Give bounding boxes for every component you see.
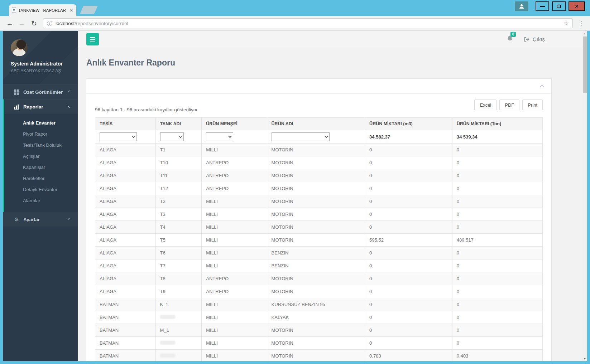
new-tab-button[interactable] — [80, 6, 98, 14]
total-m3: 34.582,37 — [365, 130, 452, 144]
browser-tab[interactable]: TANKVIEW - RAPORLAR ✕ — [9, 4, 76, 16]
cell-m3: 0 — [365, 259, 452, 272]
table-row: BATMANMILLIKALYAK00 — [95, 311, 543, 324]
redacted-tank-name — [160, 341, 175, 345]
sidebar-item-pivot-rapor[interactable]: Pivot Rapor — [4, 128, 78, 140]
sidebar-item-alarmlar[interactable]: Alarmlar — [4, 195, 78, 206]
forward-button[interactable]: → — [16, 20, 27, 27]
column-header-urun-miktari-m3[interactable]: ÜRÜN MİKTARI (m3) — [365, 118, 452, 130]
sidebar-toggle-button[interactable] — [86, 33, 99, 45]
sidebar-item-ayarlar[interactable]: ⚙ Ayarlar — [3, 212, 78, 227]
cell-tesis: BATMAN — [95, 350, 156, 361]
bookmark-star-icon[interactable]: ☆ — [563, 20, 569, 26]
raporlar-submenu: Anlık Envanter Pivot Rapor Tesis/Tank Do… — [3, 114, 78, 212]
tab-close-icon[interactable]: ✕ — [69, 8, 73, 13]
column-header-urun-adi[interactable]: ÜRÜN ADI — [267, 118, 365, 130]
sidebar-item-hareketler[interactable]: Hareketler — [4, 173, 78, 184]
cell-m3: 0 — [365, 324, 452, 337]
cell-mensei: ANTREPO — [202, 156, 267, 169]
sidebar-item-anlik-envanter[interactable]: Anlık Envanter — [4, 117, 78, 128]
tank-adi-filter-select[interactable] — [160, 132, 184, 141]
table-row: BATMANMILLIMOTORIN00 — [95, 337, 543, 350]
back-button[interactable]: ← — [4, 20, 15, 27]
column-header-urun-miktari-ton[interactable]: ÜRÜN MİKTARI (Ton) — [452, 118, 542, 130]
cell-ton: 0 — [452, 285, 542, 298]
user-panel: System Administrator ABC AKARYAKIT/GAZ A… — [3, 31, 78, 84]
close-button[interactable]: ✕ — [569, 1, 585, 11]
minimize-button[interactable] — [536, 1, 549, 11]
cell-ton: 0 — [452, 182, 542, 195]
table-row: BATMANM_1MILLIMOTORIN00 — [95, 324, 543, 337]
sidebar-item-detayli-envanter[interactable]: Detaylı Envanter — [4, 184, 78, 195]
table-row: ALIAGAT12ANTREPOMOTORIN00 — [95, 182, 543, 195]
cell-m3: 0 — [365, 156, 452, 169]
cell-tank — [155, 337, 202, 350]
cell-m3: 0.783 — [365, 350, 452, 361]
cell-mensei: MILLI — [202, 195, 267, 208]
column-header-urun-mensei[interactable]: ÜRÜN MENŞEİ — [202, 118, 267, 130]
cell-ton: 0 — [452, 144, 542, 156]
cell-mensei: MILLI — [202, 298, 267, 311]
cell-ton: 0 — [452, 324, 542, 337]
notifications-button[interactable]: 0 — [507, 35, 513, 43]
report-card: 96 kayıttan 1 - 96 arasındaki kayıtlar g… — [86, 78, 552, 361]
browser-menu-icon[interactable]: ⋮ — [576, 20, 586, 27]
table-row: ALIAGAT11ANTREPOMOTORIN00 — [95, 169, 543, 182]
cell-mensei: MILLI — [202, 311, 267, 324]
sidebar-item-raporlar[interactable]: Raporlar — [3, 99, 78, 114]
table-row: BATMANK_1MILLIKURSUNSUZ BENZIN 9500 — [95, 298, 543, 311]
sidebar-item-ozet-gorunumler[interactable]: Özet Görünümler — [3, 84, 78, 99]
cell-urun: MOTORIN — [267, 169, 365, 182]
table-row: ALIAGAT6MILLIBENZIN00 — [95, 247, 543, 259]
logout-button[interactable]: Çıkış — [524, 36, 545, 42]
scroll-up-icon[interactable]: ▲ — [582, 31, 587, 36]
cell-mensei: MILLI — [202, 144, 267, 156]
tesis-filter-select[interactable] — [100, 132, 137, 141]
cell-urun: BENZIN — [267, 259, 365, 272]
cell-m3: 0 — [365, 311, 452, 324]
excel-export-button[interactable]: Excel — [474, 100, 497, 110]
cell-ton: 0 — [452, 337, 542, 350]
scroll-down-icon[interactable]: ▼ — [582, 356, 587, 361]
cell-tesis: ALIAGA — [95, 182, 156, 195]
pdf-export-button[interactable]: PDF — [499, 100, 519, 110]
cell-m3: 0 — [365, 182, 452, 195]
cell-tesis: ALIAGA — [95, 195, 156, 208]
column-header-tesis[interactable]: TESİS — [95, 118, 156, 130]
maximize-button[interactable] — [552, 1, 566, 11]
address-bar[interactable]: i localhost/reports/inventory/current ☆ — [43, 18, 573, 28]
page-scrollbar[interactable]: ▲ ▼ — [582, 31, 587, 361]
page-title: Anlık Envanter Raporu — [78, 48, 587, 76]
print-export-button[interactable]: Print — [522, 100, 543, 110]
refresh-button[interactable]: ↻ — [29, 20, 39, 27]
sidebar-item-kapanislar[interactable]: Kapanışlar — [4, 162, 78, 173]
column-header-tank-adi[interactable]: TANK ADI — [155, 118, 202, 130]
table-body: ALIAGAT1MILLIMOTORIN00ALIAGAT10ANTREPOMO… — [95, 144, 543, 361]
scrollbar-thumb[interactable] — [583, 37, 587, 93]
cell-urun: MOTORIN — [267, 221, 365, 234]
page-info-icon[interactable]: i — [47, 21, 52, 26]
cell-ton: 0 — [452, 311, 542, 324]
report-table: TESİS TANK ADI ÜRÜN MENŞEİ ÜRÜN ADI ÜRÜN… — [95, 117, 543, 361]
table-row: ALIAGAT7MILLIBENZIN00 — [95, 259, 543, 272]
cell-ton: 0 — [452, 298, 542, 311]
cell-tesis: ALIAGA — [95, 221, 156, 234]
cell-mensei: ANTREPO — [202, 182, 267, 195]
cell-tesis: ALIAGA — [95, 234, 156, 247]
logout-icon — [524, 37, 530, 42]
table-row: ALIAGAT3MILLIMOTORIN00 — [95, 208, 543, 221]
table-row: BATMANMILLIMOTORIN0.7830.403 — [95, 350, 543, 361]
cell-urun: MOTORIN — [267, 182, 365, 195]
sidebar-item-acilislar[interactable]: Açılışlar — [4, 151, 78, 162]
urun-adi-filter-select[interactable] — [272, 132, 330, 141]
cell-ton: 0 — [452, 195, 542, 208]
profile-button[interactable] — [515, 1, 528, 11]
cell-mensei: MILLI — [202, 259, 267, 272]
cell-tank: T2 — [155, 195, 202, 208]
collapse-chevron-up-icon[interactable] — [540, 84, 544, 88]
sidebar-item-tesis-tank-doluluk[interactable]: Tesis/Tank Doluluk — [4, 140, 78, 151]
records-info-text: 96 kayıttan 1 - 96 arasındaki kayıtlar g… — [95, 107, 198, 113]
cell-urun: BENZIN — [267, 247, 365, 259]
cell-tesis: ALIAGA — [95, 156, 156, 169]
urun-mensei-filter-select[interactable] — [206, 132, 233, 141]
